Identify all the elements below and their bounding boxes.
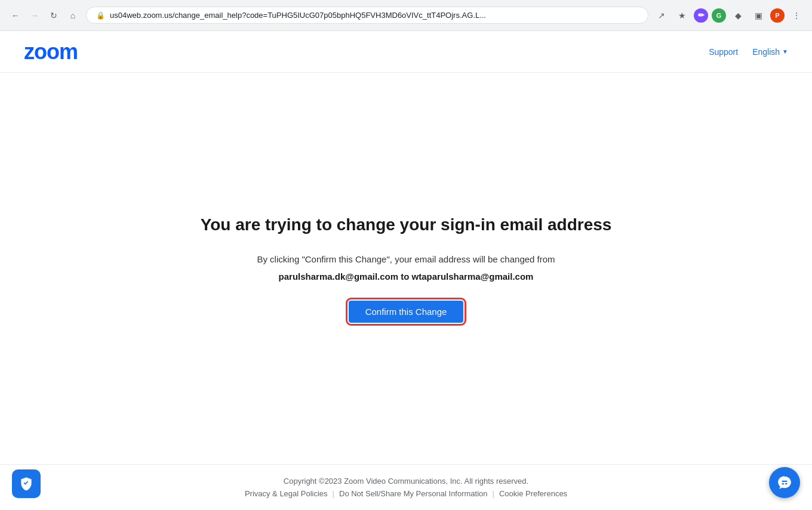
email-to: wtaparulsharma@gmail.com bbox=[412, 271, 534, 282]
reload-button[interactable]: ↻ bbox=[45, 7, 62, 24]
footer-links: Privacy & Legal Policies | Do Not Sell/S… bbox=[24, 489, 788, 498]
back-button[interactable]: ← bbox=[7, 7, 24, 24]
extensions-button[interactable]: ◆ bbox=[730, 7, 746, 24]
cookie-preferences-link[interactable]: Cookie Preferences bbox=[499, 489, 567, 498]
email-from: parulsharma.dk@gmail.com bbox=[279, 271, 399, 282]
copyright-text: Copyright ©2023 Zoom Video Communication… bbox=[24, 477, 788, 486]
nav-buttons: ← → ↻ ⌂ bbox=[7, 7, 81, 24]
site-header: zoom Support English ▼ bbox=[0, 31, 812, 73]
do-not-sell-link[interactable]: Do Not Sell/Share My Personal Informatio… bbox=[339, 489, 488, 498]
security-badge[interactable] bbox=[12, 469, 41, 498]
menu-button[interactable]: ⋮ bbox=[788, 7, 805, 24]
language-label: English bbox=[752, 47, 780, 57]
extension-grammarly[interactable]: G bbox=[712, 8, 726, 23]
language-selector[interactable]: English ▼ bbox=[752, 47, 788, 57]
lock-icon: 🔒 bbox=[96, 11, 105, 20]
description-text: By clicking "Confirm this Change", your … bbox=[201, 252, 612, 267]
confirm-change-button[interactable]: Confirm this Change bbox=[349, 301, 464, 323]
bookmark-button[interactable]: ★ bbox=[673, 7, 690, 24]
main-content: You are trying to change your sign-in em… bbox=[0, 73, 812, 464]
separator-2: | bbox=[493, 489, 494, 498]
page-wrapper: zoom Support English ▼ You are trying to… bbox=[0, 31, 812, 510]
header-nav: Support English ▼ bbox=[709, 47, 788, 57]
url-text: us04web.zoom.us/change_email_help?code=T… bbox=[110, 11, 486, 20]
home-button[interactable]: ⌂ bbox=[64, 7, 81, 24]
chat-icon bbox=[777, 475, 792, 490]
page-title: You are trying to change your sign-in em… bbox=[201, 214, 612, 236]
site-footer: Copyright ©2023 Zoom Video Communication… bbox=[0, 464, 812, 510]
forward-button[interactable]: → bbox=[26, 7, 43, 24]
address-bar[interactable]: 🔒 us04web.zoom.us/change_email_help?code… bbox=[86, 7, 648, 24]
profile-button[interactable]: P bbox=[770, 8, 785, 23]
picture-in-picture-button[interactable]: ▣ bbox=[750, 7, 767, 24]
extension-pencil[interactable]: ✏ bbox=[694, 8, 708, 23]
separator-1: | bbox=[333, 489, 334, 498]
share-button[interactable]: ↗ bbox=[653, 7, 670, 24]
zoom-logo[interactable]: zoom bbox=[24, 39, 78, 64]
privacy-policy-link[interactable]: Privacy & Legal Policies bbox=[245, 489, 328, 498]
email-change-line: parulsharma.dk@gmail.com to wtaparulshar… bbox=[201, 271, 612, 282]
browser-chrome: ← → ↻ ⌂ 🔒 us04web.zoom.us/change_email_h… bbox=[0, 0, 812, 31]
shield-check-icon bbox=[19, 476, 34, 492]
browser-actions: ↗ ★ ✏ G ◆ ▣ P ⋮ bbox=[653, 7, 805, 24]
email-to-word: to bbox=[401, 271, 411, 282]
support-link[interactable]: Support bbox=[709, 47, 738, 57]
content-box: You are trying to change your sign-in em… bbox=[201, 214, 612, 323]
chevron-down-icon: ▼ bbox=[782, 48, 788, 55]
chat-button[interactable] bbox=[769, 467, 800, 498]
